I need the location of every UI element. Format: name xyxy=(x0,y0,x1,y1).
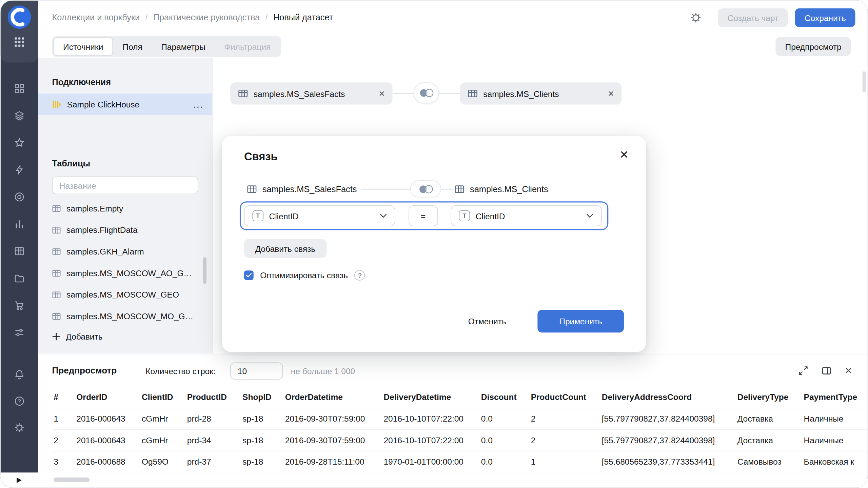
canvas-scrollbar[interactable] xyxy=(863,72,866,93)
help-icon[interactable]: ? xyxy=(355,270,365,281)
layers-icon[interactable] xyxy=(14,110,25,121)
sliders-icon[interactable] xyxy=(14,327,25,338)
cell: 1 xyxy=(54,408,76,429)
folder-icon[interactable] xyxy=(14,273,25,284)
split-view-icon[interactable] xyxy=(822,366,831,375)
column-header: ProductID xyxy=(187,386,242,408)
table-icon xyxy=(468,88,478,98)
breadcrumb-separator: / xyxy=(265,13,268,23)
join-type-icon[interactable] xyxy=(414,82,439,103)
table-list-item[interactable]: samples.GKH_Alarm xyxy=(38,241,212,262)
apply-button[interactable]: Применить xyxy=(537,310,624,332)
breadcrumb-item[interactable]: Коллекции и воркбуки xyxy=(52,13,140,23)
remove-table-icon[interactable]: × xyxy=(379,88,385,99)
create-chart-button[interactable]: Создать чарт xyxy=(718,8,788,27)
tab-parameters[interactable]: Параметры xyxy=(152,37,215,56)
optimize-checkbox[interactable] xyxy=(244,270,254,280)
lightning-icon[interactable] xyxy=(14,164,25,176)
operator-select[interactable]: = xyxy=(409,205,438,226)
table-icon xyxy=(52,269,61,278)
column-header: DeliveryDatetime xyxy=(383,386,481,408)
tab-sources[interactable]: Источники xyxy=(53,37,113,56)
row-count-hint: не больше 1 000 xyxy=(291,366,355,375)
cell: Доставка xyxy=(737,429,804,451)
cell: 3 xyxy=(54,451,76,473)
cell: 2016-09-28T15:11:00 xyxy=(285,451,384,473)
table-list-item[interactable]: samples.Empty xyxy=(38,198,212,219)
cell: 2016-09-30T07:59:00 xyxy=(285,429,384,451)
cell: cGmHr xyxy=(142,429,187,451)
string-type-icon: T xyxy=(252,210,263,221)
tab-fields[interactable]: Поля xyxy=(113,37,152,56)
disc-icon[interactable] xyxy=(14,191,25,203)
table-icon xyxy=(52,204,61,213)
apps-grid-icon[interactable] xyxy=(13,36,25,48)
cancel-button[interactable]: Отменить xyxy=(461,310,513,332)
cell: sp-18 xyxy=(242,408,285,429)
breadcrumb-item: Новый датасет xyxy=(273,13,333,23)
sidebar-scrollbar[interactable] xyxy=(203,257,206,284)
remove-table-icon[interactable]: × xyxy=(608,88,614,99)
add-link-button[interactable]: Добавить связь xyxy=(244,239,327,258)
table-row: 22016-000643cGmHrprd-34sp-182016-09-30T0… xyxy=(54,429,867,451)
bottom-bar xyxy=(1,472,868,487)
preview-title: Предпросмотр xyxy=(52,366,117,375)
add-table-button[interactable]: Добавить xyxy=(52,332,102,342)
more-icon[interactable]: … xyxy=(193,102,203,107)
table-icon xyxy=(52,312,61,321)
datalens-logo-icon[interactable] xyxy=(7,5,32,29)
cart-icon[interactable] xyxy=(14,300,25,311)
join-type-selector[interactable] xyxy=(410,180,441,198)
table-icon xyxy=(52,290,61,299)
clickhouse-icon xyxy=(52,99,62,109)
widgets-icon[interactable] xyxy=(14,83,25,94)
bar-chart-icon[interactable] xyxy=(14,219,25,230)
cell: prd-37 xyxy=(187,451,242,473)
expand-icon[interactable] xyxy=(798,366,808,375)
table-chip-label: samples.MS_Clients xyxy=(483,89,559,98)
table-list-item[interactable]: samples.MS_MOSCOW_AO_G… xyxy=(38,262,212,284)
cell: Банковская к xyxy=(804,451,868,473)
close-dialog-icon[interactable]: × xyxy=(620,147,628,161)
row-count-input[interactable] xyxy=(231,362,283,380)
rail-nav xyxy=(1,83,38,338)
play-icon[interactable] xyxy=(16,477,22,484)
connection-item[interactable]: Sample ClickHouse … xyxy=(38,94,212,115)
table-list-item[interactable]: samples.FlightData xyxy=(38,219,212,241)
cell: 1 xyxy=(531,451,602,473)
preview-toggle-button[interactable]: Предпросмотр xyxy=(776,37,851,56)
table-list-item[interactable]: samples.MS_MOSCOW_MO_G… xyxy=(38,305,212,327)
close-preview-icon[interactable]: × xyxy=(845,366,852,375)
star-icon[interactable] xyxy=(14,137,25,148)
tab-bar: ИсточникиПоляПараметрыФильтрация xyxy=(52,36,281,57)
cell: 2016-09-30T07:59:00 xyxy=(285,408,384,429)
left-rail: ? xyxy=(1,1,38,474)
bell-icon[interactable] xyxy=(14,369,25,380)
table-icon xyxy=(52,225,61,234)
left-field-select[interactable]: T ClientID xyxy=(244,205,395,226)
right-field-select[interactable]: T ClientID xyxy=(451,205,602,226)
table-icon xyxy=(238,88,248,98)
gear-icon[interactable] xyxy=(14,422,25,433)
dialog-right-table: samples.MS_Clients xyxy=(454,183,548,195)
settings-gear-icon[interactable] xyxy=(690,12,702,24)
table-chip-right[interactable]: samples.MS_Clients × xyxy=(460,82,622,104)
table-chip-left[interactable]: samples.MS_SalesFacts × xyxy=(230,82,392,104)
tables-title: Таблицы xyxy=(52,159,90,169)
horizontal-scrollbar[interactable] xyxy=(54,477,90,482)
cell: cGmHr xyxy=(142,408,187,429)
breadcrumb-item[interactable]: Практические руководства xyxy=(153,13,260,23)
table-icon xyxy=(247,184,257,194)
preview-actions: × xyxy=(798,366,852,375)
table-search xyxy=(52,177,198,194)
cell: Og59O xyxy=(142,451,187,473)
plus-icon xyxy=(52,332,60,341)
table-search-input[interactable] xyxy=(52,177,198,194)
save-button[interactable]: Сохранить xyxy=(795,8,855,27)
table-list-item[interactable]: samples.MS_MOSCOW_GEO xyxy=(38,284,212,306)
table-chip-label: samples.MS_SalesFacts xyxy=(254,89,345,98)
help-icon[interactable]: ? xyxy=(14,395,25,407)
preview-panel: Предпросмотр Количество строк: не больше… xyxy=(38,355,868,474)
table-grid-icon[interactable] xyxy=(14,246,25,257)
row-count-label: Количество строк: xyxy=(145,366,216,375)
